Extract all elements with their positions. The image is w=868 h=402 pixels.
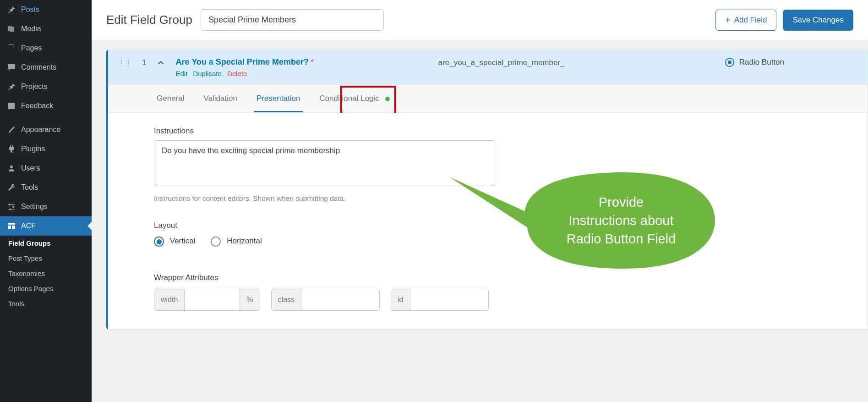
tabs: General Validation Presentation Conditio… [108, 85, 868, 113]
duplicate-link[interactable]: Duplicate [193, 70, 222, 77]
sidebar-item-users[interactable]: Users [0, 159, 92, 178]
sidebar-item-appearance[interactable]: Appearance [0, 120, 92, 139]
sidebar-label: Media [21, 25, 41, 33]
presentation-panel: Instructions Do you have the exciting sp… [108, 113, 868, 329]
field-title[interactable]: Are You a Special Prime Member? [175, 57, 308, 66]
field-type: Radio Button [725, 57, 857, 67]
page-icon [6, 43, 16, 53]
radio-type-icon [725, 57, 735, 67]
wrapper-id-label: id [391, 289, 410, 310]
sidebar-item-settings[interactable]: Settings [0, 197, 92, 216]
sidebar-item-pages[interactable]: Pages [0, 39, 92, 58]
wrapper-width-label: width [154, 289, 185, 310]
submenu-options-pages[interactable]: Options Pages [0, 281, 92, 296]
sidebar-item-posts[interactable]: Posts [0, 0, 92, 19]
layout-vertical-label: Vertical [170, 237, 196, 245]
wrench-icon [6, 182, 16, 193]
layout-vertical-option[interactable]: Vertical [154, 237, 195, 247]
layout-icon [6, 221, 16, 231]
comment-icon [6, 62, 16, 72]
tab-conditional[interactable]: Conditional Logic [317, 85, 392, 112]
field-card: ⋮⋮⋮⋮ 1 Are You a Special Prime Member? *… [106, 50, 868, 330]
user-icon [6, 163, 16, 173]
brush-icon [6, 125, 16, 135]
field-slug: are_you_a_special_prime_member_ [438, 57, 715, 67]
plug-icon [6, 144, 16, 154]
annotation-callout: Provide Instructions about Radio Button … [449, 177, 715, 287]
sidebar-label: Posts [21, 6, 39, 14]
wrapper-class-input[interactable] [301, 289, 379, 310]
callout-line2: Instructions about [569, 213, 674, 228]
pin-icon [6, 82, 16, 92]
sidebar-label: Appearance [21, 126, 60, 134]
sidebar-label: Comments [21, 63, 56, 72]
sidebar-label: Tools [21, 183, 38, 192]
radio-unchecked-icon [211, 237, 221, 247]
sidebar-label: Feedback [21, 102, 53, 110]
sidebar-item-tools[interactable]: Tools [0, 178, 92, 197]
callout-line1: Provide [599, 195, 644, 209]
sidebar-item-projects[interactable]: Projects [0, 77, 92, 96]
sidebar-label: Users [21, 164, 40, 172]
sidebar-item-media[interactable]: Media [0, 19, 92, 39]
page-title: Edit Field Group [106, 13, 192, 27]
tab-presentation[interactable]: Presentation [254, 85, 303, 112]
submenu-field-groups[interactable]: Field Groups [0, 236, 92, 251]
svg-point-3 [10, 209, 11, 210]
plus-icon: + [725, 16, 731, 25]
submenu-tools[interactable]: Tools [0, 296, 92, 311]
sidebar-item-acf[interactable]: ACF [0, 216, 92, 236]
admin-sidebar: Posts Media Pages Comments Projects Feed… [0, 0, 92, 402]
wrapper-width-input[interactable] [185, 289, 240, 310]
wrapper-class-group: class [271, 289, 380, 311]
drag-handle-icon[interactable]: ⋮⋮⋮⋮ [118, 57, 132, 65]
required-asterisk: * [311, 58, 313, 66]
tab-general[interactable]: General [154, 85, 187, 112]
svg-point-2 [12, 206, 14, 208]
group-title-input[interactable] [201, 9, 384, 31]
submenu-post-types[interactable]: Post Types [0, 251, 92, 266]
wrapper-width-group: width % [154, 289, 260, 311]
delete-link[interactable]: Delete [227, 70, 247, 77]
svg-point-5 [728, 61, 732, 64]
callout-line3: Radio Button Field [567, 231, 676, 246]
sidebar-item-feedback[interactable]: Feedback [0, 96, 92, 116]
content: ⋮⋮⋮⋮ 1 Are You a Special Prime Member? *… [92, 40, 868, 402]
sliders-icon [6, 202, 16, 212]
sidebar-label: ACF [21, 222, 36, 230]
sidebar-item-comments[interactable]: Comments [0, 58, 92, 77]
sidebar-label: Plugins [21, 145, 45, 153]
field-number: 1 [142, 57, 146, 67]
svg-point-0 [10, 165, 13, 168]
sidebar-label: Projects [21, 83, 48, 91]
add-field-button[interactable]: + Add Field [715, 10, 777, 31]
layout-horizontal-label: Horizontal [227, 237, 262, 245]
wrapper-width-unit: % [240, 289, 259, 310]
radio-checked-icon [154, 237, 164, 247]
svg-point-1 [9, 204, 11, 206]
active-dot-icon [385, 97, 390, 101]
layout-horizontal-option[interactable]: Horizontal [211, 237, 262, 247]
edit-link[interactable]: Edit [175, 70, 187, 77]
media-icon [6, 24, 16, 34]
sidebar-label: Settings [21, 203, 48, 211]
collapse-icon[interactable] [156, 57, 165, 66]
sidebar-label: Pages [21, 44, 42, 52]
submenu-taxonomies[interactable]: Taxonomies [0, 266, 92, 281]
field-header: ⋮⋮⋮⋮ 1 Are You a Special Prime Member? *… [108, 50, 868, 85]
tab-conditional-label: Conditional Logic [319, 94, 379, 103]
sidebar-item-plugins[interactable]: Plugins [0, 139, 92, 159]
pin-icon [6, 5, 16, 15]
field-type-label: Radio Button [739, 58, 784, 67]
save-button[interactable]: Save Changes [783, 10, 853, 31]
main: Edit Field Group + Add Field Save Change… [92, 0, 868, 402]
instructions-textarea[interactable]: Do you have the exciting special prime m… [154, 140, 495, 186]
form-icon [6, 101, 16, 111]
add-field-label: Add Field [734, 16, 767, 25]
wrapper-class-label: class [272, 289, 301, 310]
topbar: Edit Field Group + Add Field Save Change… [92, 0, 868, 40]
save-label: Save Changes [792, 16, 844, 25]
tab-validation[interactable]: Validation [201, 85, 240, 112]
instructions-label: Instructions [154, 127, 822, 136]
